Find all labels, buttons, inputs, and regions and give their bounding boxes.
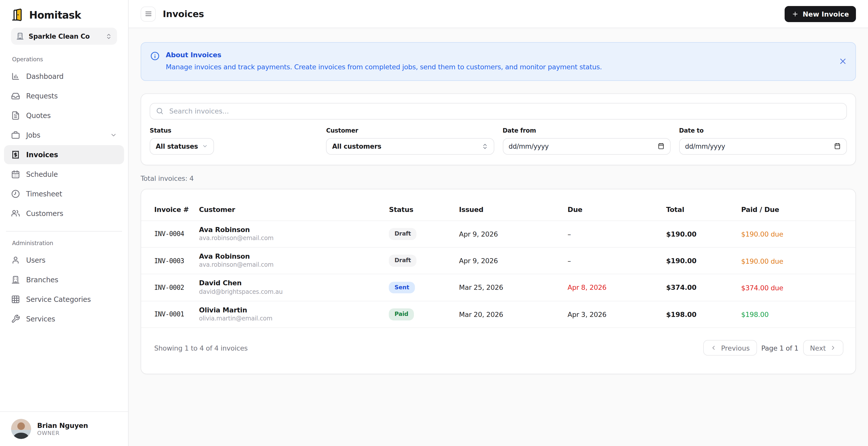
due-date-cell: –	[568, 221, 666, 247]
topbar: Invoices New Invoice	[129, 0, 868, 28]
search-icon	[156, 107, 164, 115]
chevron-down-icon	[202, 143, 208, 149]
invoices-table-card: Invoice #CustomerStatusIssuedDueTotalPai…	[141, 189, 856, 374]
page-title: Invoices	[163, 8, 778, 19]
status-badge: Draft	[389, 228, 416, 240]
paid-due-cell: $190.00 due	[741, 247, 856, 274]
sidebar-item-label: Customers	[26, 210, 117, 218]
customer-filter-value: All customers	[332, 142, 381, 150]
column-header: Paid / Due	[741, 189, 856, 221]
previous-label: Previous	[721, 344, 750, 352]
date-to-group: Date to dd/mm/yyyy	[679, 127, 847, 154]
clock-icon	[11, 189, 20, 198]
company-name: Sparkle Clean Co	[29, 32, 101, 40]
column-header: Total	[666, 189, 741, 221]
filter-card: Status All statuses Customer All custome…	[141, 93, 856, 165]
column-header: Due	[568, 189, 666, 221]
sidebar-item-timesheet[interactable]: Timesheet	[4, 184, 124, 203]
status-cell: Draft	[389, 247, 459, 274]
status-cell: Paid	[389, 301, 459, 327]
customer-cell: David Chendavid@brightspaces.com.au	[199, 274, 389, 301]
customer-filter-select[interactable]: All customers	[326, 138, 494, 154]
page-indicator: Page 1 of 1	[761, 344, 799, 352]
customer-name: David Chen	[199, 279, 385, 288]
customer-email: ava.robinson@email.com	[199, 234, 385, 243]
status-cell: Sent	[389, 274, 459, 301]
previous-page-button[interactable]: Previous	[704, 340, 757, 356]
calendar-icon[interactable]	[834, 142, 841, 150]
sidebar-item-service-categories[interactable]: Service Categories	[4, 290, 124, 309]
door-logo-icon	[11, 8, 25, 22]
paid-due-amount: $374.00 due	[741, 284, 783, 292]
sidebar-item-invoices[interactable]: Invoices	[4, 145, 124, 164]
chevron-right-icon	[830, 345, 836, 351]
sidebar-item-customers[interactable]: Customers	[4, 204, 124, 223]
new-invoice-label: New Invoice	[803, 10, 849, 18]
total-cell: $374.00	[666, 274, 741, 301]
user-role: OWNER	[37, 430, 88, 437]
invoice-number-cell: INV-0002	[141, 274, 199, 301]
calendar-icon[interactable]	[657, 142, 664, 150]
total-cell: $190.00	[666, 221, 741, 247]
customer-filter-group: Customer All customers	[326, 127, 494, 154]
sidebar-item-label: Users	[26, 256, 117, 264]
users-icon	[11, 209, 20, 218]
invoice-row[interactable]: INV-0001Olivia Martinolivia.martin@email…	[141, 301, 856, 327]
invoice-row[interactable]: INV-0004Ava Robinsonava.robinson@email.c…	[141, 221, 856, 247]
table-footer: Showing 1 to 4 of 4 invoices Previous Pa…	[141, 327, 856, 374]
customer-cell: Ava Robinsonava.robinson@email.com	[199, 221, 389, 247]
column-header: Customer	[199, 189, 389, 221]
new-invoice-button[interactable]: New Invoice	[785, 6, 856, 22]
sidebar-item-services[interactable]: Services	[4, 309, 124, 328]
invoice-row[interactable]: INV-0002David Chendavid@brightspaces.com…	[141, 274, 856, 301]
status-filter-select[interactable]: All statuses	[150, 138, 214, 154]
due-date-cell: Apr 8, 2026	[568, 274, 666, 301]
invoice-row[interactable]: INV-0003Ava Robinsonava.robinson@email.c…	[141, 247, 856, 274]
sidebar-section-label: Administration	[12, 240, 124, 247]
user-card[interactable]: Brian Nguyen OWNER	[0, 411, 128, 446]
date-from-group: Date from dd/mm/yyyy	[502, 127, 671, 154]
brand-name: Homitask	[29, 9, 81, 21]
building-icon	[16, 32, 24, 40]
customer-email: david@brightspaces.com.au	[199, 288, 385, 296]
info-icon	[150, 51, 160, 61]
date-to-label: Date to	[679, 127, 847, 134]
sidebar-item-requests[interactable]: Requests	[4, 86, 124, 105]
sidebar-toggle-button[interactable]	[141, 6, 156, 21]
next-page-button[interactable]: Next	[803, 340, 843, 356]
invoice-number-cell: INV-0004	[141, 221, 199, 247]
search-box	[150, 103, 847, 119]
chevrons-up-down-icon	[105, 33, 112, 39]
customer-name: Ava Robinson	[199, 225, 385, 234]
banner-close-button[interactable]	[838, 57, 847, 66]
next-label: Next	[810, 344, 826, 352]
sidebar-item-users[interactable]: Users	[4, 251, 124, 270]
sidebar-item-label: Dashboard	[26, 72, 117, 81]
sidebar-item-quotes[interactable]: Quotes	[4, 106, 124, 125]
status-filter-value: All statuses	[156, 142, 198, 150]
company-selector[interactable]: Sparkle Clean Co	[11, 28, 117, 45]
sidebar-item-branches[interactable]: Branches	[4, 270, 124, 289]
sidebar: Homitask Sparkle Clean Co OperationsDash…	[0, 0, 129, 446]
customer-email: olivia.martin@email.com	[199, 314, 385, 323]
user-icon	[11, 256, 20, 265]
issued-date-cell: Apr 9, 2026	[459, 247, 568, 274]
grid-icon	[11, 295, 20, 304]
date-from-input[interactable]: dd/mm/yyyy	[502, 138, 671, 154]
invoices-table: Invoice #CustomerStatusIssuedDueTotalPai…	[141, 189, 856, 327]
total-cell: $198.00	[666, 301, 741, 327]
building-icon	[11, 275, 20, 284]
user-name: Brian Nguyen	[37, 421, 88, 430]
paid-due-cell: $374.00 due	[741, 274, 856, 301]
table-body: INV-0004Ava Robinsonava.robinson@email.c…	[141, 221, 856, 327]
sidebar-item-dashboard[interactable]: Dashboard	[4, 67, 124, 86]
sidebar-item-jobs[interactable]: Jobs	[4, 126, 124, 145]
sidebar-divider	[6, 231, 122, 231]
search-input[interactable]	[168, 106, 841, 116]
customer-filter-label: Customer	[326, 127, 494, 134]
column-header: Issued	[459, 189, 568, 221]
date-to-input[interactable]: dd/mm/yyyy	[679, 138, 847, 154]
sidebar-item-schedule[interactable]: Schedule	[4, 165, 124, 184]
sidebar-item-label: Timesheet	[26, 190, 117, 198]
showing-text: Showing 1 to 4 of 4 invoices	[154, 344, 704, 352]
